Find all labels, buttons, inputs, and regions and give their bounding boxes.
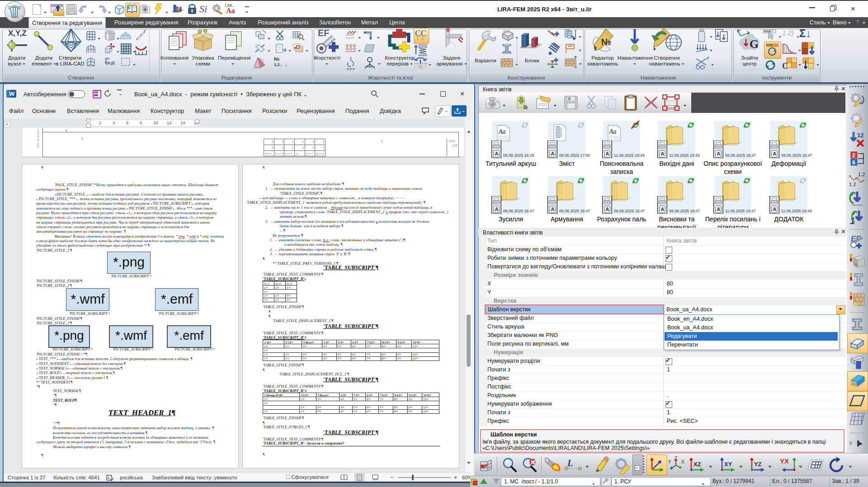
svg-text:XZ: XZ bbox=[693, 461, 701, 468]
svg-text:X: X bbox=[681, 459, 684, 464]
svg-text:A: A bbox=[108, 476, 110, 479]
svg-text:1.2: 1.2 bbox=[849, 182, 856, 187]
svg-text:Y: Y bbox=[668, 459, 671, 464]
svg-text:12: 12 bbox=[857, 132, 863, 139]
svg-text:YX: YX bbox=[780, 457, 789, 465]
svg-text:G: G bbox=[750, 37, 759, 51]
svg-text:YZ: YZ bbox=[754, 461, 762, 468]
svg-text:1.2: 1.2 bbox=[858, 172, 865, 177]
svg-text:2: 2 bbox=[852, 152, 855, 159]
svg-text:6: 6 bbox=[852, 159, 855, 166]
svg-text:C: C bbox=[782, 61, 788, 70]
svg-text:№: № bbox=[601, 37, 611, 47]
svg-text:XY: XY bbox=[724, 461, 732, 468]
